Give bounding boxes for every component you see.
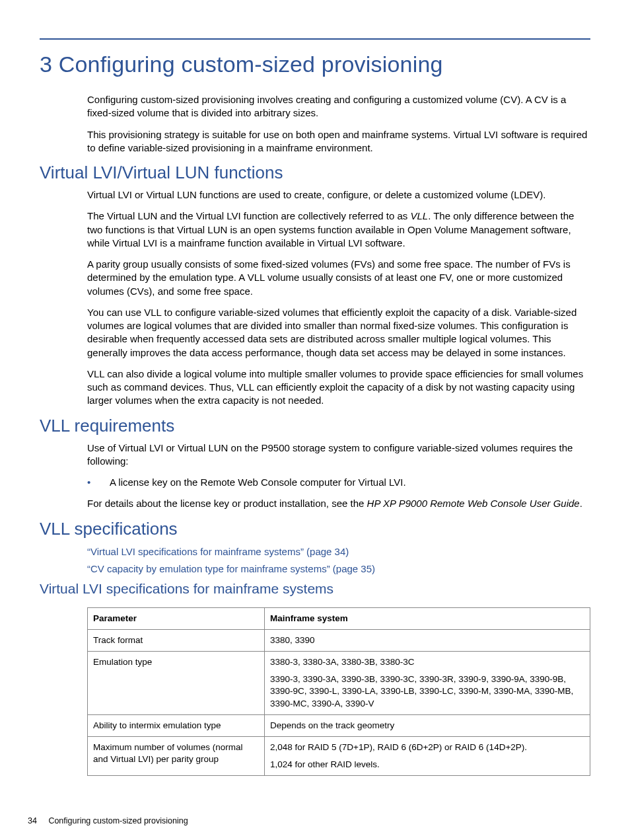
xref-virtual-lvi-specs[interactable]: “Virtual LVI specifications for mainfram… [87, 545, 590, 560]
td-param-emulation-type: Emulation type [88, 651, 265, 714]
table-header-row: Parameter Mainframe system [88, 607, 590, 629]
td-value-max-volumes: 2,048 for RAID 5 (7D+1P), RAID 6 (6D+2P)… [265, 737, 590, 776]
funcs-p1: Virtual LVI or Virtual LUN functions are… [87, 188, 590, 202]
page-footer: 34 Configuring custom-sized provisioning [28, 816, 188, 825]
maxvol-line2: 1,024 for other RAID levels. [270, 759, 584, 771]
intro-block: Configuring custom-sized provisioning in… [40, 93, 590, 155]
spec-table-block: Parameter Mainframe system Track format … [40, 607, 590, 777]
reqs-bullet-row: • A license key on the Remote Web Consol… [87, 476, 590, 489]
spec-table: Parameter Mainframe system Track format … [87, 607, 590, 777]
sec-virtual-lvi-specs-heading: Virtual LVI specifications for mainframe… [40, 581, 590, 597]
emulation-line2: 3390-3, 3390-3A, 3390-3B, 3390-3C, 3390-… [270, 673, 584, 710]
funcs-p5: VLL can also divide a logical volume int… [87, 367, 590, 408]
bullet-icon: • [87, 476, 110, 489]
td-param-track-format: Track format [88, 629, 265, 651]
table-row: Track format 3380, 3390 [88, 629, 590, 651]
funcs-p4: You can use VLL to configure variable-si… [87, 306, 590, 360]
top-rule [40, 38, 590, 40]
reqs-p2a: For details about the license key or pro… [87, 498, 367, 509]
table-row: Ability to intermix emulation type Depen… [88, 714, 590, 736]
reqs-b1: A license key on the Remote Web Console … [110, 476, 406, 489]
th-parameter: Parameter [88, 607, 265, 629]
emulation-line1: 3380-3, 3380-3A, 3380-3B, 3380-3C [270, 657, 414, 667]
funcs-p3: A parity group usually consists of some … [87, 258, 590, 298]
intro-p1: Configuring custom-sized provisioning in… [87, 93, 590, 120]
sec-vll-requirements-heading: VLL requirements [40, 416, 590, 436]
sec-vll-functions-heading: Virtual LVI/Virtual LUN functions [40, 163, 590, 183]
vll-specs-block: “Virtual LVI specifications for mainfram… [40, 545, 590, 577]
chapter-title: 3 Configuring custom-sized provisioning [40, 52, 590, 77]
funcs-p2b: VLL [410, 210, 428, 221]
th-mainframe: Mainframe system [265, 607, 590, 629]
table-row: Maximum number of volumes (normal and Vi… [88, 737, 590, 776]
td-value-emulation-type: 3380-3, 3380-3A, 3380-3B, 3380-3C 3390-3… [265, 651, 590, 714]
vll-reqs-block: Use of Virtual LVI or Virtual LUN on the… [40, 441, 590, 511]
vll-functions-block: Virtual LVI or Virtual LUN functions are… [40, 188, 590, 408]
reqs-p1: Use of Virtual LVI or Virtual LUN on the… [87, 441, 590, 469]
td-value-intermix: Depends on the track geometry [265, 714, 590, 736]
page-number: 34 [28, 816, 37, 825]
td-param-intermix: Ability to intermix emulation type [88, 714, 265, 736]
footer-title: Configuring custom-sized provisioning [48, 816, 188, 825]
intro-p2: This provisioning strategy is suitable f… [87, 128, 590, 155]
table-row: Emulation type 3380-3, 3380-3A, 3380-3B,… [88, 651, 590, 714]
reqs-p2: For details about the license key or pro… [87, 497, 590, 510]
xref-cv-capacity[interactable]: “CV capacity by emulation type for mainf… [87, 562, 590, 577]
td-value-track-format: 3380, 3390 [265, 629, 590, 651]
reqs-p2c: . [580, 498, 582, 509]
td-param-max-volumes: Maximum number of volumes (normal and Vi… [88, 737, 265, 776]
sec-vll-specifications-heading: VLL specifications [40, 519, 590, 539]
funcs-p2a: The Virtual LUN and the Virtual LVI func… [87, 210, 410, 221]
reqs-p2b: HP XP P9000 Remote Web Console User Guid… [367, 498, 580, 509]
funcs-p2: The Virtual LUN and the Virtual LVI func… [87, 210, 590, 250]
maxvol-line1: 2,048 for RAID 5 (7D+1P), RAID 6 (6D+2P)… [270, 742, 527, 752]
